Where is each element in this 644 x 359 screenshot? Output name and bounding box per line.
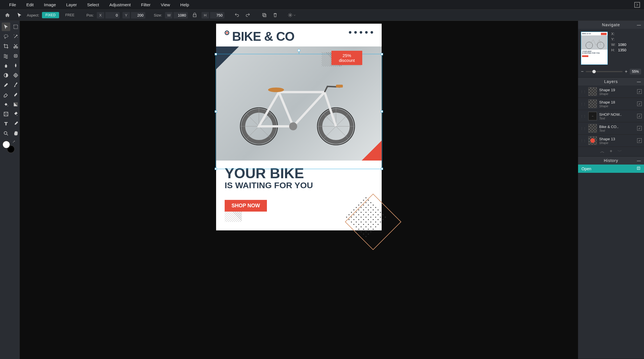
layer-add-icon[interactable]: + xyxy=(610,149,612,155)
zoom-out-icon[interactable]: − xyxy=(581,69,583,74)
brush-tool[interactable] xyxy=(11,81,20,89)
lock-aspect-icon[interactable] xyxy=(191,11,199,19)
home-icon[interactable] xyxy=(3,11,12,20)
menu-file[interactable]: File xyxy=(4,2,21,7)
history-collapse-icon[interactable]: — xyxy=(637,158,641,163)
text-tool[interactable] xyxy=(2,119,10,128)
navigate-panel: Navigate — BIKE & CO YOUR BIKEIS WAITING… xyxy=(578,21,644,78)
pencil-tool[interactable] xyxy=(2,81,10,89)
size-w-label: W xyxy=(165,12,172,19)
brand-text: BIKE & CO xyxy=(232,29,294,44)
headline-text: YOUR BIKE xyxy=(225,166,373,180)
layer-grip-icon[interactable]: ⋮⋮ xyxy=(580,90,586,93)
layer-grip-icon[interactable]: ⋮⋮ xyxy=(580,139,586,142)
size-h-group: H xyxy=(202,12,224,19)
crop-tool[interactable] xyxy=(2,42,10,50)
svg-point-11 xyxy=(14,74,17,77)
duplicate-icon[interactable] xyxy=(260,11,268,19)
svg-line-24 xyxy=(246,126,259,139)
swap-colors-icon[interactable] xyxy=(13,141,18,146)
toggle-panels-icon[interactable] xyxy=(634,2,640,8)
blur-tool[interactable] xyxy=(11,61,20,70)
sponge-tool[interactable] xyxy=(11,71,20,80)
zoom-tool[interactable] xyxy=(2,129,10,138)
svg-point-5 xyxy=(14,35,14,35)
navigate-thumbnail[interactable]: BIKE & CO YOUR BIKEIS WAITING FOR YOU xyxy=(581,32,608,65)
layer-row[interactable]: ⋮⋮ — SHOP NOW..Text ✓ xyxy=(578,110,644,122)
canvas-area[interactable]: BIKE & CO 25% discount xyxy=(20,21,578,359)
cut-tool[interactable] xyxy=(11,42,20,50)
brand-logo-icon xyxy=(225,31,229,35)
settings-dropdown-icon[interactable] xyxy=(288,11,296,19)
history-item[interactable]: Open xyxy=(578,165,644,173)
redo-icon[interactable] xyxy=(244,11,252,19)
heal-tool[interactable] xyxy=(11,52,20,60)
menu-image[interactable]: Image xyxy=(39,2,61,7)
menu-edit[interactable]: Edit xyxy=(21,2,39,7)
aspect-fixed-button[interactable]: FIXED xyxy=(42,12,59,18)
dodge-tool[interactable] xyxy=(2,71,10,80)
smudge-tool[interactable] xyxy=(11,90,20,99)
liquify-tool[interactable] xyxy=(2,52,10,60)
eraser-tool[interactable] xyxy=(2,90,10,99)
size-label: Size: xyxy=(154,13,162,17)
pos-y-input[interactable] xyxy=(131,12,145,19)
menu-select[interactable]: Select xyxy=(82,2,104,7)
size-h-input[interactable] xyxy=(210,12,224,19)
eyedropper-tool[interactable] xyxy=(11,119,20,128)
history-header: History — xyxy=(578,157,644,165)
undo-icon[interactable] xyxy=(233,11,241,19)
size-h-label: H xyxy=(202,12,209,19)
clone-tool[interactable] xyxy=(2,61,10,70)
navigate-collapse-icon[interactable]: — xyxy=(637,23,641,27)
svg-point-15 xyxy=(4,131,7,134)
navigate-info: X: Y: W:1080 H:1350 xyxy=(611,32,626,65)
menu-layer[interactable]: Layer xyxy=(61,2,82,7)
layers-list: ⋮⋮ Shape 19Shape ✓ ⋮⋮ Shape 18Shape ✓ ⋮⋮… xyxy=(578,86,644,147)
menu-help[interactable]: Help xyxy=(175,2,194,7)
zoom-in-icon[interactable]: + xyxy=(625,69,627,74)
color-swatches[interactable] xyxy=(2,141,20,155)
lasso-tool[interactable] xyxy=(2,32,10,41)
gradient-tool[interactable] xyxy=(11,100,20,109)
zoom-input[interactable] xyxy=(630,69,641,74)
aspect-free-button[interactable]: FREE xyxy=(62,12,78,18)
delete-icon[interactable] xyxy=(271,11,279,19)
canvas[interactable]: BIKE & CO 25% discount xyxy=(216,24,382,230)
zoom-slider[interactable] xyxy=(586,71,622,72)
layer-visibility-toggle[interactable]: ✓ xyxy=(637,114,642,118)
wand-tool[interactable] xyxy=(11,32,20,41)
marquee-tool[interactable] xyxy=(11,23,20,31)
move-tool-icon[interactable] xyxy=(15,11,24,20)
layers-header: Layers — xyxy=(578,78,644,86)
move-tool[interactable] xyxy=(2,23,10,31)
menu-filter[interactable]: Filter xyxy=(136,2,156,7)
paint-bucket-tool[interactable] xyxy=(11,110,20,118)
layer-row[interactable]: ⋮⋮ Shape 13Shape ✓ xyxy=(578,135,644,147)
layer-row[interactable]: ⋮⋮ Bike & CO..Text ✓ xyxy=(578,122,644,135)
size-w-input[interactable] xyxy=(174,12,188,19)
pos-label: Pos: xyxy=(86,13,94,17)
menu-adjustment[interactable]: Adjustment xyxy=(104,2,136,7)
layer-row[interactable]: ⋮⋮ Shape 18Shape ✓ xyxy=(578,98,644,110)
layer-row[interactable]: ⋮⋮ Shape 19Shape ✓ xyxy=(578,86,644,98)
layer-grip-icon[interactable]: ⋮⋮ xyxy=(580,127,586,130)
svg-rect-0 xyxy=(263,13,265,16)
pos-x-group: X xyxy=(97,12,120,19)
layer-visibility-toggle[interactable]: ✓ xyxy=(637,138,642,143)
layer-grip-icon[interactable]: ⋮⋮ xyxy=(580,115,586,118)
svg-point-6 xyxy=(17,37,18,38)
layer-visibility-toggle[interactable]: ✓ xyxy=(637,102,642,106)
layer-up-icon[interactable]: ︿ xyxy=(600,149,605,155)
shape-tool[interactable] xyxy=(2,110,10,118)
layers-collapse-icon[interactable]: — xyxy=(637,79,641,84)
pos-x-input[interactable] xyxy=(105,12,120,19)
menu-view[interactable]: View xyxy=(156,2,175,7)
layer-visibility-toggle[interactable]: ✓ xyxy=(637,89,642,94)
layer-grip-icon[interactable]: ⋮⋮ xyxy=(580,102,586,106)
layer-visibility-toggle[interactable]: ✓ xyxy=(637,126,642,131)
layer-down-icon[interactable]: ﹀ xyxy=(617,149,622,155)
foreground-color[interactable] xyxy=(2,141,10,149)
fill-tool[interactable] xyxy=(2,100,10,109)
hand-tool[interactable] xyxy=(11,129,20,138)
